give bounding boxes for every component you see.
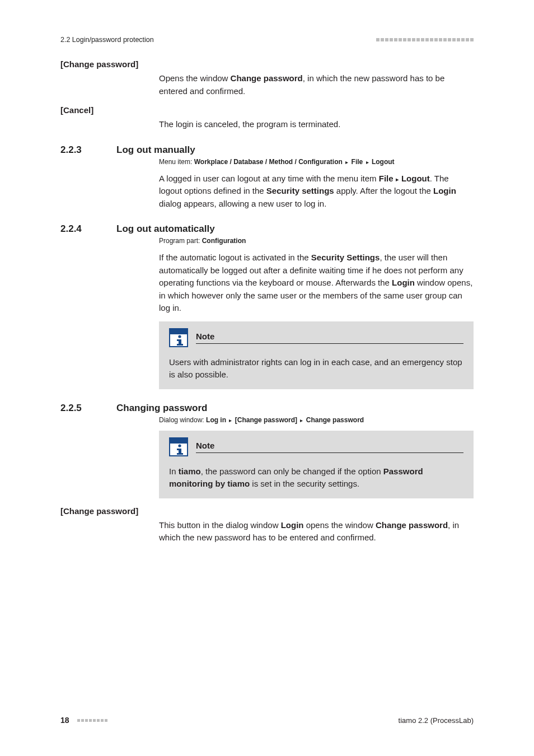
text: is set in the security settings. xyxy=(250,479,359,488)
text-bold: Change password xyxy=(306,416,364,424)
section-number: 2.2.5 xyxy=(60,403,94,414)
label-change-password: [Change password] xyxy=(60,59,474,69)
text: This button in the dialog window xyxy=(159,520,281,530)
text: In xyxy=(169,466,179,476)
svg-rect-7 xyxy=(177,453,183,455)
section-title: Log out manually xyxy=(116,144,195,156)
info-icon xyxy=(169,437,188,456)
svg-point-0 xyxy=(178,335,181,338)
separator-triangle: ▸ xyxy=(365,159,370,165)
separator-triangle: ▸ xyxy=(299,417,304,423)
text-bold: Login xyxy=(392,278,415,287)
text-bold: [Change password] xyxy=(235,416,297,424)
section-224-body: Program part: Configuration If the autom… xyxy=(159,237,474,389)
section-heading-225: 2.2.5 Changing password xyxy=(60,403,474,414)
footer-dots xyxy=(76,719,107,722)
section-title: Changing password xyxy=(116,403,207,414)
section-number: 2.2.3 xyxy=(60,144,94,156)
note-box: Note Users with administrator rights can… xyxy=(159,321,474,389)
label-cancel: [Cancel] xyxy=(60,105,474,115)
note-title: Note xyxy=(196,332,214,341)
page-number: 18 xyxy=(60,716,69,725)
change-password-desc: Opens the window Change password, in whi… xyxy=(159,72,474,97)
text: , the password can only be changed if th… xyxy=(201,466,383,476)
program-part: Program part: Configuration xyxy=(159,237,474,245)
label-change-password-2: [Change password] xyxy=(60,506,474,516)
section-225-body: Dialog window: Log in ▸ [Change password… xyxy=(159,416,474,498)
note-body: In tiamo, the password can only be chang… xyxy=(169,465,463,491)
header-dots xyxy=(375,38,474,41)
svg-rect-3 xyxy=(177,344,183,346)
text: Menu item: xyxy=(159,158,194,166)
section-heading-224: 2.2.4 Log out automatically xyxy=(60,223,474,235)
page: 2.2 Login/password protection [Change pa… xyxy=(0,0,534,544)
note-header: Note xyxy=(169,437,463,456)
text-bold: Login xyxy=(281,520,304,530)
text: Opens the window xyxy=(159,73,231,83)
text-bold: Security Settings xyxy=(311,253,380,262)
text-bold: Logout xyxy=(372,158,395,166)
section-number: 2.2.4 xyxy=(60,223,94,235)
text: Program part: xyxy=(159,237,202,245)
text: The login is canceled, the program is te… xyxy=(159,118,474,131)
footer-right: tiamo 2.2 (ProcessLab) xyxy=(399,716,474,725)
section-223-body: Menu item: Workplace / Database / Method… xyxy=(159,158,474,211)
text-bold: File xyxy=(379,174,394,183)
note-body: Users with administrator rights can log … xyxy=(169,356,463,381)
text-bold: Configuration xyxy=(202,237,246,245)
svg-point-4 xyxy=(178,444,181,447)
running-header-left: 2.2 Login/password protection xyxy=(60,36,154,44)
footer-left: 18 xyxy=(60,716,107,725)
text: Dialog window: xyxy=(159,416,206,424)
separator-triangle: ▸ xyxy=(396,176,399,183)
section-heading-223: 2.2.3 Log out manually xyxy=(60,144,474,156)
page-footer: 18 tiamo 2.2 (ProcessLab) xyxy=(60,716,474,725)
cancel-desc: The login is canceled, the program is te… xyxy=(159,118,474,131)
info-icon xyxy=(169,328,188,347)
text: opens the window xyxy=(303,520,375,530)
separator-triangle: ▸ xyxy=(344,159,349,165)
text: A logged in user can logout at any time … xyxy=(159,174,379,183)
dialog-path: Dialog window: Log in ▸ [Change password… xyxy=(159,416,474,424)
note-title: Note xyxy=(196,441,214,450)
text-bold: Log­out xyxy=(401,174,430,183)
separator-triangle: ▸ xyxy=(228,417,233,423)
text: If the automatic logout is activated in … xyxy=(159,253,311,262)
text: apply. After the logout the xyxy=(334,186,433,195)
note-title-wrap: Note xyxy=(196,332,463,344)
section-title: Log out automatically xyxy=(116,223,215,235)
text: dialog appears, allowing a new user to l… xyxy=(159,199,326,208)
text-bold: Security settings xyxy=(266,186,334,195)
paragraph: A logged in user can logout at any time … xyxy=(159,172,474,211)
running-header: 2.2 Login/password protection xyxy=(60,36,474,44)
text-bold: Change password xyxy=(231,73,303,83)
text-bold: tiamo xyxy=(179,466,201,476)
text-bold: Log in xyxy=(206,416,226,424)
paragraph: If the automatic logout is activated in … xyxy=(159,251,474,315)
text-bold: File xyxy=(352,158,363,166)
menu-path: Menu item: Workplace / Database / Method… xyxy=(159,158,474,166)
text-bold: Login xyxy=(433,186,456,195)
note-header: Note xyxy=(169,328,463,347)
note-title-wrap: Note xyxy=(196,441,463,453)
note-box: Note In tiamo, the password can only be … xyxy=(159,431,474,498)
text-bold: Workplace / Database / Method / Configur… xyxy=(194,158,343,166)
text-bold: Change pass­word xyxy=(376,520,448,530)
change-password-2-desc: This button in the dialog window Login o… xyxy=(159,519,474,544)
